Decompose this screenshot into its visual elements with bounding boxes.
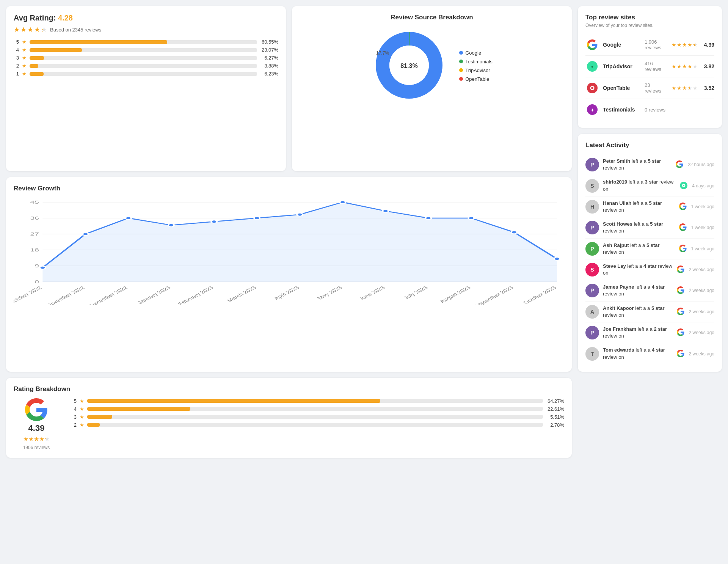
- site-name: Google: [603, 42, 641, 48]
- rb-bar-row: 2 ★ 2.78%: [71, 422, 564, 428]
- google-platform-icon: [676, 160, 684, 169]
- activity-time: 2 weeks ago: [689, 267, 714, 272]
- activity-time: 1 week ago: [691, 204, 714, 209]
- opentable-icon: [585, 81, 599, 95]
- activity-item: P Peter Smith left a a 5 star review on …: [585, 154, 714, 175]
- activity-item: H Hanan Ullah left a a 5 star review on …: [585, 196, 714, 217]
- site-row-opentable: OpenTable 23 reviews ★★★★★★ 3.52: [585, 77, 714, 99]
- google-logo-icon: [25, 398, 48, 421]
- bar-fill: [30, 48, 82, 52]
- svg-point-50: [383, 210, 388, 213]
- bar-label: 5: [14, 39, 19, 45]
- site-rating: 4.39: [704, 42, 714, 48]
- avatar: T: [585, 347, 599, 361]
- rating-breakdown-title: Rating Breakdown: [14, 385, 564, 393]
- activity-item: S shirlo2019 left a a 3 star review on 4…: [585, 175, 714, 196]
- top-sites-card: Top review sites Overview of your top re…: [578, 6, 722, 128]
- google-platform-icon: [677, 266, 685, 274]
- activity-text: Joe Frankham left a a 2 star review on: [603, 326, 673, 339]
- donut-legend: Google Testimonials TripAdvisor OpenTabl…: [459, 50, 493, 82]
- avg-rating-stars: ★★★★★★: [14, 25, 48, 34]
- google-platform-icon: [679, 245, 687, 253]
- line-chart: 0918273645October 2022November 2022Decem…: [14, 198, 564, 305]
- activity-text: Ash Rajput left a a 5 star review on: [603, 242, 675, 256]
- legend-google: Google: [459, 50, 493, 56]
- svg-text:9: 9: [35, 264, 39, 269]
- rating-bar-row: 1 ★ 6.23%: [14, 71, 278, 77]
- legend-label-testimonials: Testimonials: [465, 59, 493, 64]
- svg-text:45: 45: [30, 200, 39, 205]
- rb-bar-star-icon: ★: [80, 422, 84, 428]
- svg-point-52: [468, 217, 474, 220]
- legend-label-google: Google: [465, 50, 481, 56]
- avatar: P: [585, 221, 599, 234]
- activity-item: A Ankit Kapoor left a a 5 star review on…: [585, 302, 714, 322]
- rating-breakdown-card: Rating Breakdown 4.39 ★★★★★★ 1906 review…: [6, 378, 572, 458]
- top-sites-subtitle: Overview of your top review sites.: [585, 23, 714, 28]
- bar-star-icon: ★: [22, 55, 27, 61]
- rb-bar-track: [87, 423, 543, 427]
- legend-dot-tripadvisor: [459, 68, 463, 72]
- avg-rating-score: 4.28: [58, 14, 73, 22]
- bar-fill: [30, 64, 38, 68]
- site-name: Testimonials: [603, 107, 641, 113]
- avatar: P: [585, 158, 599, 171]
- svg-text:0: 0: [35, 280, 39, 284]
- activity-title: Latest Activity: [585, 141, 714, 149]
- bar-percentage: 6.23%: [260, 71, 278, 77]
- activity-time: 1 week ago: [691, 225, 714, 230]
- svg-text:●: ●: [591, 64, 593, 69]
- rating-bar-row: 5 ★ 60.55%: [14, 39, 278, 45]
- svg-text:17.7%: 17.7%: [376, 50, 389, 56]
- svg-text:April 2023: April 2023: [272, 286, 301, 301]
- svg-point-49: [340, 201, 345, 204]
- activity-text: Hanan Ullah left a a 5 star review on: [603, 200, 675, 214]
- svg-point-51: [425, 217, 431, 220]
- svg-text:October 2023: October 2023: [521, 286, 558, 305]
- activity-text: Tom edwards left a a 4 star review on: [603, 347, 673, 360]
- activity-text: Scott Howes left a a 5 star review on: [603, 221, 675, 234]
- site-row-tripadvisor: ● TripAdvisor 416 reviews ★★★★★ 3.82: [585, 56, 714, 77]
- svg-text:June 2023: June 2023: [357, 286, 386, 301]
- svg-text:February 2023: February 2023: [176, 286, 215, 305]
- rating-bar-row: 2 ★ 3.88%: [14, 63, 278, 69]
- avatar: P: [585, 242, 599, 256]
- rb-bar-row: 3 ★ 5.51%: [71, 414, 564, 420]
- site-row-google: Google 1,906 reviews ★★★★★★ 4.39: [585, 34, 714, 56]
- svg-text:81.3%: 81.3%: [401, 63, 418, 69]
- svg-text:July 2023: July 2023: [402, 286, 430, 300]
- avatar: A: [585, 305, 599, 319]
- legend-opentable: OpenTable: [459, 76, 493, 82]
- svg-point-43: [83, 233, 88, 236]
- rb-bar-row: 5 ★ 64.27%: [71, 398, 564, 404]
- bar-star-icon: ★: [22, 39, 27, 45]
- svg-point-44: [126, 217, 131, 220]
- avatar: P: [585, 284, 599, 297]
- review-growth-title: Review Growth: [14, 185, 564, 192]
- rb-stars: ★★★★★★: [23, 435, 50, 443]
- avatar: S: [585, 263, 599, 277]
- svg-point-11: [591, 87, 593, 89]
- bar-percentage: 3.88%: [260, 63, 278, 69]
- svg-text:October 2022: October 2022: [14, 286, 44, 305]
- donut-chart: 81.3% 17.7%: [371, 27, 447, 104]
- activity-time: 4 days ago: [692, 183, 714, 189]
- donut-title: Review Source Breakdown: [300, 14, 564, 21]
- svg-text:November 2022: November 2022: [44, 286, 86, 305]
- bar-label: 3: [14, 55, 19, 61]
- rb-bar-percentage: 22.61%: [546, 406, 564, 412]
- activity-item: S Steve Lay left a a 4 star review on 2 …: [585, 259, 714, 280]
- site-rating: 3.52: [704, 85, 714, 91]
- svg-text:August 2023: August 2023: [438, 286, 472, 304]
- latest-activity-card: Latest Activity P Peter Smith left a a 5…: [578, 134, 722, 372]
- bar-label: 2: [14, 63, 19, 69]
- avatar: S: [585, 179, 599, 193]
- activity-item: P Ash Rajput left a a 5 star review on 1…: [585, 239, 714, 259]
- svg-point-48: [297, 213, 303, 216]
- activity-text: Steve Lay left a a 4 star review on: [603, 263, 673, 277]
- svg-text:May 2023: May 2023: [315, 286, 344, 300]
- svg-text:36: 36: [30, 216, 39, 221]
- avg-rating-title: Avg Rating: 4.28: [14, 14, 278, 22]
- activity-item: P Scott Howes left a a 5 star review on …: [585, 217, 714, 238]
- svg-text:December 2022: December 2022: [87, 286, 129, 305]
